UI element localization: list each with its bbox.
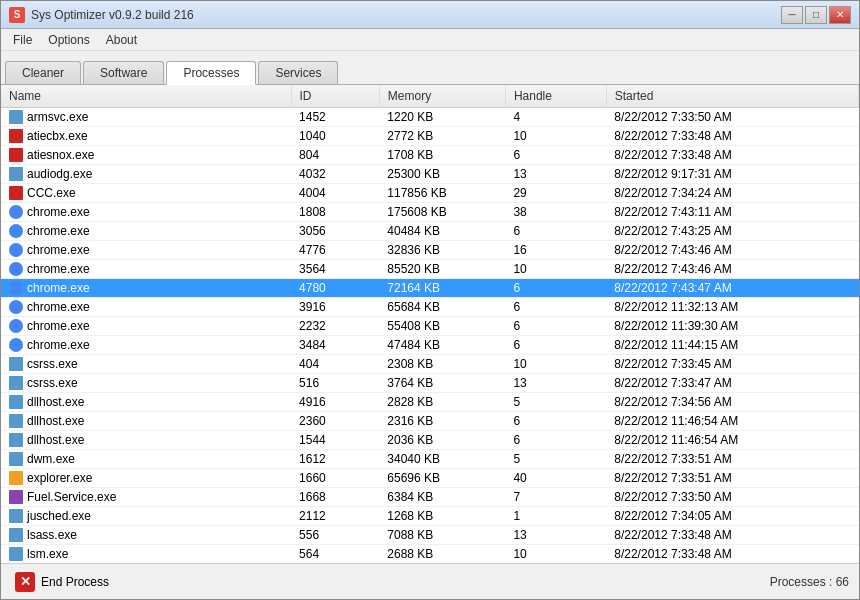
process-started: 8/22/2012 11:39:30 AM — [606, 317, 858, 336]
table-row[interactable]: explorer.exe166065696 KB408/22/2012 7:33… — [1, 469, 859, 488]
table-row[interactable]: atiecbx.exe10402772 KB108/22/2012 7:33:4… — [1, 127, 859, 146]
table-row[interactable]: chrome.exe478072164 KB68/22/2012 7:43:47… — [1, 279, 859, 298]
menu-file[interactable]: File — [5, 31, 40, 49]
process-table: Name ID Memory Handle Started armsvc.exe… — [1, 85, 859, 563]
process-memory: 1220 KB — [379, 108, 505, 127]
process-handle: 29 — [505, 184, 606, 203]
process-started: 8/22/2012 11:46:54 AM — [606, 431, 858, 450]
process-icon — [9, 433, 23, 447]
process-id: 564 — [291, 545, 379, 564]
table-row[interactable]: chrome.exe1808175608 KB388/22/2012 7:43:… — [1, 203, 859, 222]
process-icon — [9, 129, 23, 143]
process-name: explorer.exe — [27, 471, 92, 485]
process-handle: 6 — [505, 412, 606, 431]
process-memory: 2688 KB — [379, 545, 505, 564]
process-started: 8/22/2012 7:33:47 AM — [606, 374, 858, 393]
table-row[interactable]: chrome.exe356485520 KB108/22/2012 7:43:4… — [1, 260, 859, 279]
process-id: 1808 — [291, 203, 379, 222]
process-icon — [9, 376, 23, 390]
table-row[interactable]: chrome.exe391665684 KB68/22/2012 11:32:1… — [1, 298, 859, 317]
process-icon — [9, 110, 23, 124]
table-row[interactable]: armsvc.exe14521220 KB48/22/2012 7:33:50 … — [1, 108, 859, 127]
minimize-button[interactable]: ─ — [781, 6, 803, 24]
process-id: 3564 — [291, 260, 379, 279]
table-row[interactable]: chrome.exe223255408 KB68/22/2012 11:39:3… — [1, 317, 859, 336]
process-memory: 65684 KB — [379, 298, 505, 317]
process-name: CCC.exe — [27, 186, 76, 200]
process-icon — [9, 186, 23, 200]
table-row[interactable]: chrome.exe348447484 KB68/22/2012 11:44:1… — [1, 336, 859, 355]
col-header-name[interactable]: Name — [1, 85, 291, 108]
process-name: jusched.exe — [27, 509, 91, 523]
process-table-container[interactable]: Name ID Memory Handle Started armsvc.exe… — [1, 85, 859, 563]
table-row[interactable]: chrome.exe305640484 KB68/22/2012 7:43:25… — [1, 222, 859, 241]
process-icon — [9, 338, 23, 352]
col-header-started[interactable]: Started — [606, 85, 858, 108]
table-row[interactable]: audiodg.exe403225300 KB138/22/2012 9:17:… — [1, 165, 859, 184]
process-id: 4916 — [291, 393, 379, 412]
table-row[interactable]: csrss.exe4042308 KB108/22/2012 7:33:45 A… — [1, 355, 859, 374]
col-header-handle[interactable]: Handle — [505, 85, 606, 108]
close-button[interactable]: ✕ — [829, 6, 851, 24]
process-handle: 7 — [505, 488, 606, 507]
process-started: 8/22/2012 9:17:31 AM — [606, 165, 858, 184]
end-process-button[interactable]: ✕ End Process — [11, 570, 113, 594]
table-row[interactable]: CCC.exe4004117856 KB298/22/2012 7:34:24 … — [1, 184, 859, 203]
process-icon — [9, 224, 23, 238]
process-id: 1668 — [291, 488, 379, 507]
end-process-label: End Process — [41, 575, 109, 589]
table-row[interactable]: Fuel.Service.exe16686384 KB78/22/2012 7:… — [1, 488, 859, 507]
menu-about[interactable]: About — [98, 31, 145, 49]
table-row[interactable]: jusched.exe21121268 KB18/22/2012 7:34:05… — [1, 507, 859, 526]
process-started: 8/22/2012 7:33:50 AM — [606, 108, 858, 127]
process-name: atiecbx.exe — [27, 129, 88, 143]
process-memory: 2772 KB — [379, 127, 505, 146]
table-row[interactable]: dllhost.exe49162828 KB58/22/2012 7:34:56… — [1, 393, 859, 412]
process-name: lsm.exe — [27, 547, 68, 561]
table-row[interactable]: dllhost.exe15442036 KB68/22/2012 11:46:5… — [1, 431, 859, 450]
bottom-bar: ✕ End Process Processes : 66 — [1, 563, 859, 599]
table-row[interactable]: dllhost.exe23602316 KB68/22/2012 11:46:5… — [1, 412, 859, 431]
table-row[interactable]: csrss.exe5163764 KB138/22/2012 7:33:47 A… — [1, 374, 859, 393]
process-memory: 1268 KB — [379, 507, 505, 526]
process-id: 1612 — [291, 450, 379, 469]
process-name: chrome.exe — [27, 224, 90, 238]
process-started: 8/22/2012 7:33:48 AM — [606, 526, 858, 545]
tabs-bar: Cleaner Software Processes Services — [1, 51, 859, 85]
table-row[interactable]: dwm.exe161234040 KB58/22/2012 7:33:51 AM — [1, 450, 859, 469]
process-id: 4032 — [291, 165, 379, 184]
process-memory: 3764 KB — [379, 374, 505, 393]
process-id: 3484 — [291, 336, 379, 355]
process-count: Processes : 66 — [770, 575, 849, 589]
table-row[interactable]: lsm.exe5642688 KB108/22/2012 7:33:48 AM — [1, 545, 859, 564]
process-id: 4776 — [291, 241, 379, 260]
process-started: 8/22/2012 7:43:47 AM — [606, 279, 858, 298]
col-header-memory[interactable]: Memory — [379, 85, 505, 108]
process-started: 8/22/2012 7:34:24 AM — [606, 184, 858, 203]
process-handle: 40 — [505, 469, 606, 488]
process-name: chrome.exe — [27, 300, 90, 314]
tab-processes[interactable]: Processes — [166, 61, 256, 85]
process-handle: 6 — [505, 146, 606, 165]
title-bar: S Sys Optimizer v0.9.2 build 216 ─ □ ✕ — [1, 1, 859, 29]
process-id: 3916 — [291, 298, 379, 317]
process-name: chrome.exe — [27, 205, 90, 219]
process-started: 8/22/2012 7:34:56 AM — [606, 393, 858, 412]
process-id: 2360 — [291, 412, 379, 431]
process-handle: 1 — [505, 507, 606, 526]
process-started: 8/22/2012 7:33:51 AM — [606, 469, 858, 488]
tab-software[interactable]: Software — [83, 61, 164, 84]
process-id: 1452 — [291, 108, 379, 127]
table-row[interactable]: chrome.exe477632836 KB168/22/2012 7:43:4… — [1, 241, 859, 260]
col-header-id[interactable]: ID — [291, 85, 379, 108]
tab-services[interactable]: Services — [258, 61, 338, 84]
menu-options[interactable]: Options — [40, 31, 97, 49]
maximize-button[interactable]: □ — [805, 6, 827, 24]
process-name: armsvc.exe — [27, 110, 88, 124]
table-row[interactable]: lsass.exe5567088 KB138/22/2012 7:33:48 A… — [1, 526, 859, 545]
tab-cleaner[interactable]: Cleaner — [5, 61, 81, 84]
table-row[interactable]: atiesnox.exe8041708 KB68/22/2012 7:33:48… — [1, 146, 859, 165]
process-handle: 10 — [505, 355, 606, 374]
process-handle: 6 — [505, 431, 606, 450]
process-id: 4780 — [291, 279, 379, 298]
